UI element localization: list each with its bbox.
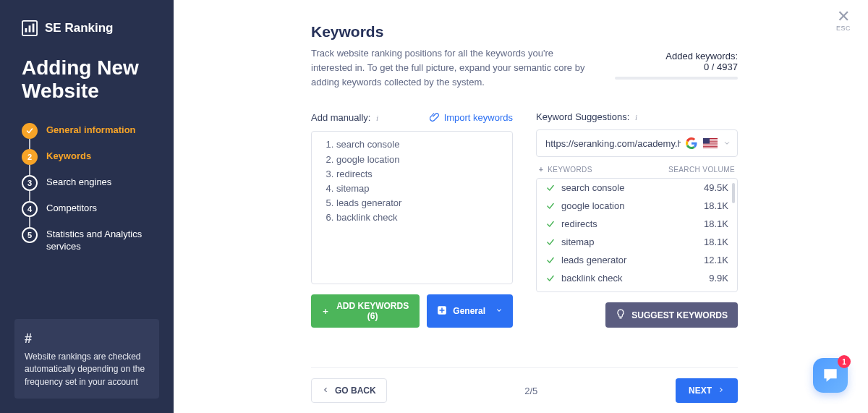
suggestion-row[interactable]: leads generator12.1K [537, 251, 737, 269]
sidebar-note-text: Website rankings are checked automatical… [25, 352, 145, 387]
sidebar: SE Ranking Adding New Website General in… [0, 0, 174, 413]
step-general-information[interactable]: General information [22, 123, 156, 139]
next-button[interactable]: NEXT [676, 378, 738, 403]
suggestion-volume: 18.1K [704, 218, 728, 229]
suggestions-table: search console49.5Kgoogle location18.1Kr… [536, 178, 738, 292]
check-icon [545, 201, 556, 211]
suggest-keywords-button[interactable]: SUGGEST KEYWORDS [605, 302, 738, 328]
step-competitors[interactable]: 4 Competitors [22, 201, 156, 217]
suggestion-volume: 18.1K [704, 200, 728, 211]
step-search-engines[interactable]: 3 Search engines [22, 175, 156, 191]
add-keywords-label: ADD KEYWORDS (6) [336, 301, 409, 321]
bar-chart-icon [22, 20, 38, 36]
check-icon [545, 273, 556, 284]
page-title: Keywords [311, 23, 738, 41]
svg-rect-12 [703, 138, 710, 144]
page-description: Track website ranking positions for all … [311, 46, 586, 90]
suggestions-label: Keyword Suggestions: [536, 111, 629, 122]
step-label: General information [46, 123, 136, 136]
sidebar-note: # Website rankings are checked automatic… [14, 319, 159, 399]
step-number: 2 [22, 149, 38, 165]
plus-icon: ＋ [321, 305, 330, 318]
suggestion-name: redirects [561, 218, 597, 229]
check-icon [545, 183, 556, 193]
keyword-suggestions-section: Keyword Suggestions: i [536, 111, 738, 328]
step-label: Competitors [46, 201, 97, 214]
suggestion-name: google location [561, 200, 624, 211]
manual-keyword-item: search console [336, 137, 503, 152]
step-label: Keywords [46, 149, 91, 162]
step-progress: 2/5 [524, 386, 537, 396]
manual-keyword-item: google location [336, 153, 503, 167]
wizard-footer: GO BACK 2/5 NEXT [311, 367, 738, 403]
lightbulb-icon [616, 309, 626, 321]
step-number: 5 [22, 227, 38, 243]
chevron-down-icon[interactable] [723, 137, 731, 150]
scrollbar[interactable] [732, 183, 735, 203]
paperclip-icon [430, 111, 440, 124]
suggestion-row[interactable]: redirects18.1K [537, 215, 737, 233]
step-label: Statistics and Analytics services [46, 227, 156, 252]
step-statistics[interactable]: 5 Statistics and Analytics services [22, 227, 156, 252]
import-keywords-link[interactable]: Import keywords [430, 111, 513, 124]
add-manually-section: Add manually: i Import keywords search c… [311, 111, 513, 328]
go-back-button[interactable]: GO BACK [311, 378, 387, 403]
check-icon [545, 219, 556, 229]
chat-badge: 1 [838, 355, 851, 368]
chevron-right-icon [718, 386, 725, 396]
close-button[interactable]: ✕ ESC [836, 9, 851, 32]
manual-keyword-item: leads generator [336, 196, 503, 210]
manual-keyword-item: redirects [336, 167, 503, 182]
suggestion-volume: 9.9K [709, 273, 728, 284]
svg-rect-10 [703, 145, 718, 146]
steps-list: General information 2 Keywords 3 Search … [22, 123, 156, 252]
suggestion-name: leads generator [561, 255, 626, 265]
chevron-down-icon [495, 306, 503, 316]
added-keywords: Added keywords: 0 / 4937 [615, 46, 738, 80]
step-number: 3 [22, 175, 38, 191]
flag-us-icon[interactable] [703, 138, 718, 148]
suggestion-name: sitemap [561, 237, 595, 247]
add-manually-label: Add manually: [311, 112, 370, 123]
suggestion-name: backlink check [561, 273, 623, 284]
plus-square-icon [437, 305, 447, 318]
import-keywords-label: Import keywords [444, 112, 513, 123]
suggestion-row[interactable]: google location18.1K [537, 197, 737, 215]
step-keywords[interactable]: 2 Keywords [22, 149, 156, 165]
add-keywords-button[interactable]: ＋ ADD KEYWORDS (6) [311, 294, 420, 328]
google-icon[interactable] [686, 137, 697, 149]
hash-icon: # [25, 329, 149, 348]
chat-widget[interactable]: 1 [813, 358, 848, 393]
svg-rect-11 [703, 147, 718, 148]
added-keywords-count: 0 / 4937 [704, 61, 738, 72]
next-label: NEXT [689, 386, 712, 396]
manual-keyword-item: backlink check [336, 210, 503, 225]
step-number: 4 [22, 201, 38, 217]
suggestion-row[interactable]: backlink check9.9K [537, 269, 737, 287]
general-label: General [453, 306, 485, 316]
volume-column-header: SEARCH VOLUME [668, 166, 735, 174]
step-label: Search engines [46, 175, 111, 188]
brand-name: SE Ranking [45, 21, 113, 35]
added-keywords-label: Added keywords: [665, 51, 738, 61]
suggestion-volume: 49.5K [704, 182, 728, 193]
check-icon [545, 255, 556, 265]
suggestion-volume: 18.1K [704, 237, 728, 247]
info-icon[interactable]: i [635, 113, 637, 122]
close-label: ESC [836, 25, 851, 32]
suggestion-row[interactable]: search console49.5K [537, 179, 737, 197]
info-icon[interactable]: i [376, 114, 378, 122]
added-keywords-progress [615, 77, 738, 80]
go-back-label: GO BACK [335, 386, 376, 396]
close-icon: ✕ [836, 9, 851, 25]
main-panel: ✕ ESC Keywords Track website ranking pos… [174, 0, 868, 413]
brand-logo: SE Ranking [22, 20, 156, 36]
keywords-textarea[interactable]: search consolegoogle locationredirectssi… [311, 131, 513, 284]
manual-keyword-item: sitemap [336, 182, 503, 196]
suggestion-volume: 12.1K [704, 255, 728, 265]
svg-rect-1 [25, 28, 27, 33]
suggestion-name: search console [561, 182, 624, 193]
general-group-button[interactable]: General [427, 294, 513, 328]
suggestion-row[interactable]: sitemap18.1K [537, 233, 737, 251]
svg-rect-2 [29, 25, 31, 32]
